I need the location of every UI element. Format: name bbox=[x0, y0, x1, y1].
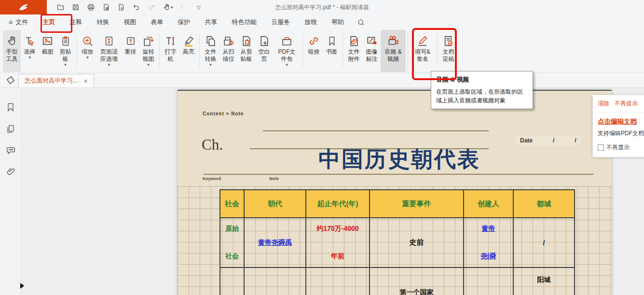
hand-mode-button[interactable]: ▾ bbox=[163, 3, 173, 11]
tab-protect[interactable]: 保护 bbox=[170, 14, 197, 30]
comments-panel-button[interactable] bbox=[6, 145, 16, 155]
cell-text: 第一个国家 bbox=[400, 288, 434, 295]
bookmark-button[interactable]: 书签 bbox=[323, 30, 341, 72]
dropdown-caret-icon: ▾ bbox=[86, 56, 89, 59]
clipboard-button[interactable]: 剪贴板 ▾ bbox=[56, 30, 74, 72]
zoom-plus-icon bbox=[82, 34, 94, 48]
cell-text: / bbox=[543, 239, 545, 247]
tab-home[interactable]: 主页 bbox=[35, 14, 62, 30]
image-annotation-icon bbox=[366, 34, 378, 48]
cell-dynasty: 黄帝尧舜禹 bbox=[245, 218, 306, 268]
file-convert-button[interactable]: 文件转换 ▾ bbox=[202, 30, 219, 72]
screenshot-icon bbox=[41, 34, 54, 48]
dont-show-label: 不再显示 bbox=[606, 143, 630, 152]
tab-cloud-service[interactable]: 云服务 bbox=[264, 14, 297, 30]
file-attachment-button[interactable]: 文件附件 bbox=[345, 30, 363, 72]
page-fit-icon bbox=[104, 34, 114, 48]
file-menu[interactable]: ≡ 文件 bbox=[0, 14, 35, 30]
tab-comment[interactable]: 注释 bbox=[62, 14, 89, 30]
tooltip-body: 在页面上选取区域，在所选取的区域上插入音频或者视频对象 bbox=[436, 87, 528, 105]
ribbon-group-separator bbox=[199, 34, 200, 68]
button-label: 选择 bbox=[23, 48, 36, 56]
close-icon[interactable]: × bbox=[83, 78, 87, 84]
redo-button[interactable] bbox=[148, 4, 156, 11]
from-scanner-button[interactable]: 从扫描仪 bbox=[219, 30, 237, 72]
dont-show-checkbox[interactable] bbox=[598, 144, 604, 151]
pencil-nib-icon bbox=[5, 75, 16, 85]
clear-button[interactable]: 清除 bbox=[598, 99, 609, 108]
pencil-tool-button[interactable] bbox=[5, 75, 16, 85]
button-label: 手型工具 bbox=[5, 48, 18, 63]
tab-convert[interactable]: 转换 bbox=[89, 14, 116, 30]
image-annotation-button[interactable]: 图像标注 bbox=[363, 30, 381, 72]
founder-link[interactable]: 尧|舜 bbox=[481, 252, 496, 261]
sign-pencil-icon bbox=[416, 34, 429, 48]
blank-page-button[interactable]: 空白页 bbox=[255, 30, 273, 72]
from-clipboard-button[interactable]: 从剪贴板 bbox=[237, 30, 255, 72]
founder-link[interactable]: 黄帝 bbox=[482, 225, 495, 233]
ribbon-toolbar: 手型工具 选择 ▾ 截图 剪贴板 ▾ 缩放 ▾ 页面适应选项 ▾ 重排 旋转视图… bbox=[0, 30, 644, 72]
table-header-period: 起止年代(年) bbox=[306, 190, 370, 218]
undo-button[interactable] bbox=[132, 4, 140, 11]
dont-remind-button[interactable]: 不再提示 bbox=[615, 99, 638, 108]
tooltip-title: 音频 & 视频 bbox=[436, 75, 528, 84]
bookmarks-panel-button[interactable] bbox=[6, 102, 15, 112]
keyword-label: Keyword bbox=[203, 176, 221, 181]
sidebar-expand-handle[interactable] bbox=[20, 283, 24, 289]
typewriter-button[interactable]: 打字机 bbox=[162, 30, 179, 72]
ruled-line bbox=[263, 130, 489, 131]
tab-form[interactable]: 表单 bbox=[143, 14, 170, 30]
table-header-events: 重要事件 bbox=[370, 190, 464, 218]
foxit-logo[interactable] bbox=[0, 0, 47, 14]
tab-special-features[interactable]: 特色功能 bbox=[224, 14, 264, 30]
page-fit-options-button[interactable]: 页面适应选项 ▾ bbox=[96, 30, 122, 72]
audio-video-button[interactable]: 音频 & 视频 bbox=[381, 30, 406, 72]
select-button[interactable]: 选择 ▾ bbox=[21, 30, 39, 72]
print-button[interactable] bbox=[87, 3, 95, 11]
table-header-dynasty: 朝代 bbox=[245, 190, 306, 218]
from-clipboard-icon bbox=[240, 34, 252, 48]
link-button[interactable]: 链接 bbox=[305, 30, 323, 72]
file-menu-label: 文件 bbox=[15, 18, 28, 27]
audio-video-tooltip: 音频 & 视频 在页面上选取区域，在所选取的区域上插入音频或者视频对象 bbox=[431, 71, 533, 109]
search-button[interactable] bbox=[353, 18, 369, 27]
ribbon-group-separator bbox=[302, 34, 303, 68]
document-tab[interactable]: 怎么面对高中学习... × bbox=[18, 74, 94, 87]
page-breadcrumb: Content > Note bbox=[203, 111, 244, 116]
tab-help[interactable]: 帮助 bbox=[324, 14, 351, 30]
pdf-portfolio-button[interactable]: PDF文件包 ▾ bbox=[273, 30, 301, 72]
dynasty-link[interactable]: 黄帝尧舜禹 bbox=[258, 239, 292, 247]
button-label: 书签 bbox=[325, 48, 338, 56]
highlight-button[interactable]: 高亮 bbox=[179, 30, 197, 72]
cell-text: 史前 bbox=[410, 238, 424, 247]
fill-sign-button[interactable]: 填写&签名 bbox=[410, 30, 435, 72]
attachment-icon bbox=[348, 34, 360, 48]
redo-icon bbox=[148, 4, 156, 11]
document-viewer[interactable]: Content > Note Ch. 中国历史朝代表 Date / / Keyw… bbox=[22, 87, 644, 295]
save-button[interactable] bbox=[72, 3, 80, 11]
edit-document-link[interactable]: 点击编辑文档 bbox=[593, 112, 644, 128]
pdf-page[interactable]: Content > Note Ch. 中国历史朝代表 Date / / Keyw… bbox=[178, 90, 612, 295]
dropdown-caret-icon: ▾ bbox=[28, 56, 31, 59]
new-page-button[interactable] bbox=[117, 3, 125, 11]
printer-icon bbox=[87, 3, 95, 11]
tab-view[interactable]: 视图 bbox=[116, 14, 143, 30]
attachments-panel-button[interactable] bbox=[6, 167, 16, 177]
highlighter-icon bbox=[182, 34, 195, 48]
cell-text: 阳城 bbox=[537, 276, 551, 284]
tab-presentation[interactable]: 放映 bbox=[297, 14, 324, 30]
zoom-button[interactable]: 缩放 ▾ bbox=[79, 30, 96, 72]
finalize-document-button[interactable]: 文档定稿 bbox=[439, 30, 457, 72]
screenshot-button[interactable]: 截图 bbox=[39, 30, 56, 72]
rotate-view-button[interactable]: 旋转视图 ▾ bbox=[139, 30, 157, 72]
ruled-line bbox=[204, 174, 593, 175]
edit-panel-description: 支持编辑PDF文档 bbox=[593, 128, 644, 139]
copy-to-clipboard-button[interactable] bbox=[102, 3, 110, 11]
hand-tool-button[interactable]: 手型工具 bbox=[3, 30, 21, 72]
tab-share[interactable]: 共享 bbox=[197, 14, 224, 30]
button-label: 填写&签名 bbox=[412, 48, 433, 63]
open-file-button[interactable] bbox=[56, 3, 65, 11]
customize-toolbar-button[interactable]: ▽ bbox=[197, 4, 201, 11]
pages-panel-button[interactable] bbox=[6, 124, 15, 134]
reflow-button[interactable]: 重排 bbox=[122, 30, 139, 72]
